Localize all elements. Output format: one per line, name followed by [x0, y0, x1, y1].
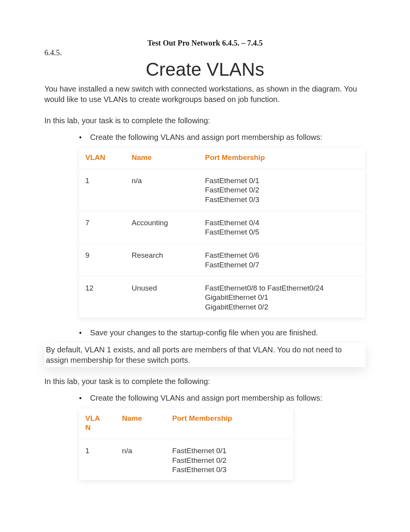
- table-row: 7 Accounting FastEthernet 0/4 FastEthern…: [79, 213, 365, 243]
- cell-vlan: 1: [79, 446, 116, 475]
- table-row: 1 n/a FastEthernet 0/1 FastEthernet 0/2 …: [79, 171, 365, 210]
- cell-vlan: 12: [79, 284, 125, 312]
- bullet-icon: •: [79, 394, 81, 403]
- intro-paragraph: You have installed a new switch with con…: [44, 84, 366, 105]
- vlan-table-1: VLAN Name Port Membership 1 n/a FastEthe…: [79, 148, 365, 318]
- bullet-icon: •: [79, 328, 81, 338]
- col-header-name: Name: [116, 414, 166, 433]
- bullet-list-2: • Save your changes to the startup-confi…: [79, 328, 366, 338]
- section-number: 6.4.5.: [44, 48, 366, 57]
- task-intro-2: In this lab, your task is to complete th…: [44, 376, 366, 387]
- list-item: • Create the following VLANs and assign …: [79, 133, 366, 142]
- cell-name: Accounting: [125, 218, 199, 237]
- col-header-port: Port Membership: [199, 153, 365, 163]
- cell-port: FastEthernet0/8 to FastEthernet0/24 Giga…: [199, 284, 365, 312]
- table-row: 9 Research FastEthernet 0/6 FastEthernet…: [79, 245, 365, 275]
- table-row: 1 n/a FastEthernet 0/1 FastEthernet 0/2 …: [79, 441, 293, 480]
- cell-name: n/a: [116, 446, 166, 475]
- list-item: • Create the following VLANs and assign …: [79, 394, 366, 403]
- cell-vlan: 9: [79, 251, 125, 270]
- cell-port: FastEthernet 0/1 FastEthernet 0/2 FastEt…: [199, 176, 365, 205]
- bullet-text: Save your changes to the startup-config …: [90, 328, 318, 337]
- cell-vlan: 7: [79, 218, 125, 237]
- bullet-icon: •: [79, 133, 81, 142]
- table-row: 12 Unused FastEthernet0/8 to FastEtherne…: [79, 278, 365, 318]
- cell-name: n/a: [125, 176, 199, 205]
- list-item: • Save your changes to the startup-confi…: [79, 328, 366, 338]
- page-title: Create VLANs: [44, 59, 366, 80]
- cell-name: Research: [125, 251, 199, 270]
- bullet-text: Create the following VLANs and assign po…: [90, 394, 322, 403]
- col-header-name: Name: [125, 153, 199, 163]
- vlan-table-2: VLA N Name Port Membership 1 n/a FastEth…: [79, 408, 293, 480]
- cell-port: FastEthernet 0/1 FastEthernet 0/2 FastEt…: [166, 446, 293, 475]
- cell-name: Unused: [125, 284, 199, 312]
- bullet-list-3: • Create the following VLANs and assign …: [79, 394, 366, 403]
- cell-port: FastEthernet 0/6 FastEthernet 0/7: [199, 251, 365, 270]
- col-header-vlan: VLAN: [79, 153, 125, 163]
- task-intro-1: In this lab, your task is to complete th…: [44, 116, 366, 126]
- table-header-row: VLAN Name Port Membership: [79, 148, 365, 168]
- cell-port: FastEthernet 0/4 FastEthernet 0/5: [199, 218, 365, 237]
- bullet-list-1: • Create the following VLANs and assign …: [79, 133, 366, 142]
- cell-vlan: 1: [79, 176, 125, 205]
- table-header-row: VLA N Name Port Membership: [79, 408, 293, 438]
- col-header-vlan: VLA N: [79, 414, 116, 433]
- note-box: By default, VLAN 1 exists, and all ports…: [44, 343, 366, 367]
- document-header: Test Out Pro Network 6.4.5. – 7.4.5: [44, 39, 366, 48]
- bullet-text: Create the following VLANs and assign po…: [90, 133, 322, 142]
- document-page: Test Out Pro Network 6.4.5. – 7.4.5 6.4.…: [0, 0, 410, 514]
- col-header-port: Port Membership: [166, 414, 293, 433]
